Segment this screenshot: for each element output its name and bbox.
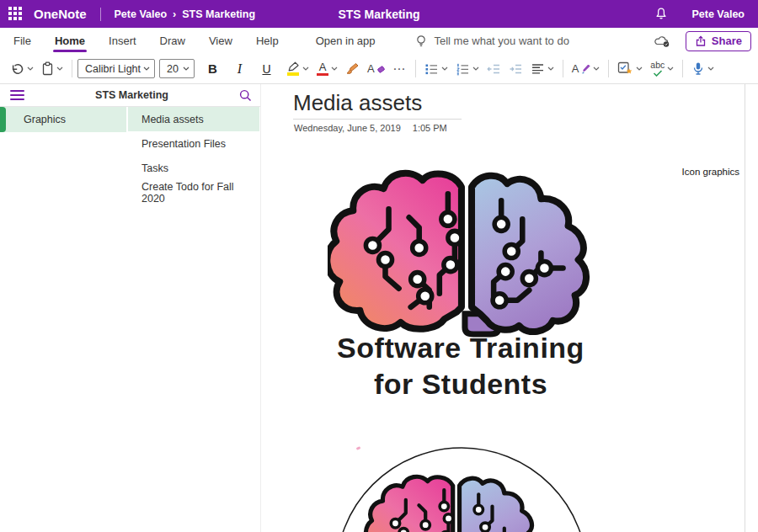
chevron-down-icon: [547, 66, 554, 71]
menu-bar: File Home Insert Draw View Help Open in …: [0, 28, 758, 54]
bullet-list-button[interactable]: [421, 57, 451, 81]
ribbon-divider: [72, 60, 72, 77]
document-title: STS Marketing: [338, 8, 419, 21]
share-icon: [695, 35, 707, 47]
underline-button[interactable]: U: [256, 57, 277, 81]
open-in-app-button[interactable]: Open in app: [304, 28, 387, 54]
chevron-down-icon: [27, 66, 34, 71]
font-size-select[interactable]: 20: [159, 59, 195, 78]
microphone-icon: [691, 61, 705, 76]
chevron-down-icon: [636, 66, 643, 71]
undo-icon: [10, 62, 24, 76]
title-underline: [293, 119, 462, 120]
dictate-button[interactable]: [688, 57, 718, 81]
todo-tag-icon: [617, 61, 633, 76]
notebook-title: STS Marketing: [24, 89, 239, 101]
ribbon-divider: [682, 60, 683, 77]
format-painter-button[interactable]: [342, 57, 363, 81]
section-list: Graphics: [0, 107, 126, 532]
menu-draw[interactable]: Draw: [148, 28, 197, 54]
numbered-list-button[interactable]: [452, 57, 483, 81]
bullet-list-icon: [424, 62, 439, 76]
format-painter-icon: [345, 62, 360, 76]
page-canvas[interactable]: Media assets Wednesday, June 5, 2019 1:0…: [262, 84, 758, 532]
logo-wordmark: Software Training for Students: [296, 330, 626, 402]
floating-note-text[interactable]: Icon graphics: [682, 167, 739, 177]
styles-button[interactable]: A: [568, 57, 604, 81]
menu-insert[interactable]: Insert: [97, 28, 148, 54]
font-color-button[interactable]: A: [313, 57, 341, 81]
style-brush-icon: [581, 64, 590, 74]
outdent-icon: [487, 62, 501, 76]
top-bar: OneNote Pete Valeo › STS Marketing STS M…: [0, 0, 758, 28]
page-title[interactable]: Media assets: [293, 90, 422, 116]
menu-help[interactable]: Help: [244, 28, 291, 54]
user-name[interactable]: Pete Valeo: [691, 8, 745, 20]
logo-line-1: Software Training: [296, 330, 626, 366]
page-date: Wednesday, June 5, 2019 1:05 PM: [294, 123, 447, 133]
breadcrumb-notebook[interactable]: STS Marketing: [182, 8, 255, 20]
notifications-bell-icon[interactable]: [654, 7, 668, 21]
canvas-right-edge: [745, 84, 745, 532]
breadcrumb[interactable]: Pete Valeo › STS Marketing: [115, 8, 256, 20]
app-launcher-icon[interactable]: [8, 7, 23, 21]
indent-icon: [509, 62, 523, 76]
cloud-saved-icon: [652, 34, 672, 49]
page-list: Media assets Presentation Files Tasks Cr…: [128, 107, 259, 532]
section-item-graphics[interactable]: Graphics: [0, 107, 126, 132]
chevron-down-icon: [707, 66, 714, 71]
ribbon-toolbar: Calibri Light 20 B I U A A: [0, 54, 758, 84]
sidebar: STS Marketing Graphics Media assets Pres…: [0, 84, 261, 532]
clear-formatting-button[interactable]: A: [364, 57, 388, 81]
undo-button[interactable]: [7, 57, 37, 81]
indent-button[interactable]: [505, 57, 526, 81]
ribbon-divider: [563, 60, 563, 77]
logo-line-2: for Students: [296, 366, 626, 402]
page-item[interactable]: Create Todo for Fall 2020: [128, 180, 259, 205]
breadcrumb-separator: ›: [173, 8, 176, 20]
bold-button[interactable]: B: [202, 57, 223, 81]
font-name-select[interactable]: Calibri Light: [77, 59, 155, 78]
hamburger-menu-icon[interactable]: [10, 90, 24, 100]
menu-home[interactable]: Home: [43, 28, 97, 54]
ribbon-divider: [415, 60, 416, 77]
share-button[interactable]: Share: [686, 31, 751, 51]
chevron-down-icon: [441, 66, 448, 71]
align-icon: [531, 62, 545, 76]
clipboard-icon: [41, 61, 54, 76]
tell-me-label: Tell me what you want to do: [434, 35, 568, 47]
page-item[interactable]: Tasks: [128, 156, 259, 180]
ribbon-divider: [608, 60, 609, 77]
share-label: Share: [712, 35, 742, 47]
chevron-down-icon: [667, 66, 674, 71]
onenote-app: OneNote Pete Valeo › STS Marketing STS M…: [0, 0, 758, 532]
tell-me-box[interactable]: Tell me what you want to do: [415, 35, 568, 48]
brain-logo-image[interactable]: [328, 165, 616, 339]
chevron-down-icon: [472, 66, 479, 71]
search-icon[interactable]: [239, 89, 252, 102]
check-icon: [653, 70, 663, 77]
outdent-button[interactable]: [483, 57, 504, 81]
align-button[interactable]: [527, 57, 558, 81]
highlight-button[interactable]: [283, 57, 312, 81]
more-formatting-button[interactable]: ⋯: [389, 57, 410, 81]
italic-button[interactable]: I: [229, 57, 250, 81]
topbar-divider: [100, 8, 101, 21]
chevron-down-icon: [183, 66, 190, 71]
page-item[interactable]: Presentation Files: [128, 131, 259, 156]
circle-brain-logo-image[interactable]: [335, 446, 588, 532]
paste-button[interactable]: [38, 57, 67, 81]
tag-button[interactable]: [614, 57, 646, 81]
lightbulb-icon: [415, 35, 427, 48]
font-size-value: 20: [167, 63, 179, 75]
chevron-down-icon: [593, 66, 600, 71]
breadcrumb-user[interactable]: Pete Valeo: [115, 8, 168, 20]
app-name[interactable]: OneNote: [34, 7, 87, 21]
spellcheck-button[interactable]: abc: [647, 57, 677, 81]
menu-view[interactable]: View: [197, 28, 244, 54]
menu-file[interactable]: File: [2, 28, 43, 54]
highlight-color-bar: [287, 72, 299, 76]
chevron-down-icon: [331, 66, 338, 71]
font-name-value: Calibri Light: [85, 63, 141, 75]
page-item[interactable]: Media assets: [128, 107, 259, 131]
